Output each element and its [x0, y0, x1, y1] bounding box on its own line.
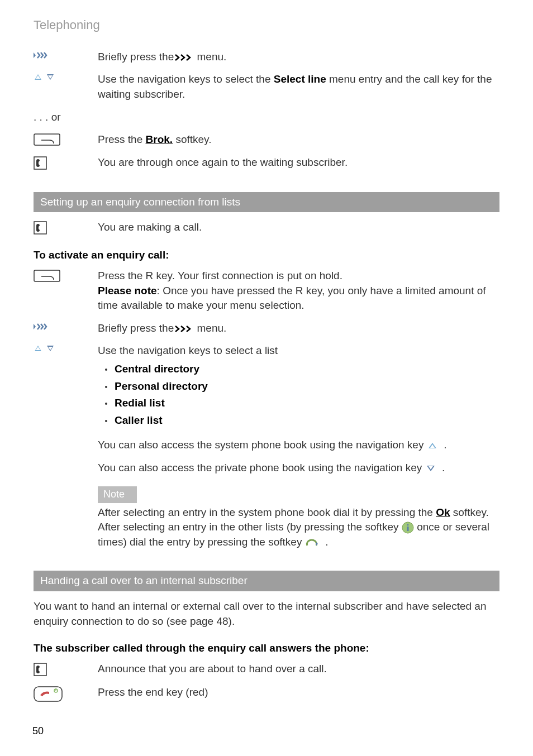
- svg-rect-24: [34, 663, 46, 676]
- svg-point-21: [407, 524, 408, 526]
- step-row: Press the Brok. softkey.: [34, 132, 499, 147]
- handset-icon: [34, 662, 98, 677]
- svg-rect-22: [407, 527, 408, 531]
- step-text: Use the navigation keys to select a list…: [98, 343, 499, 430]
- svg-rect-9: [34, 270, 60, 281]
- list: •Central directory •Personal directory •…: [98, 362, 499, 428]
- note-label: Note: [98, 486, 137, 503]
- step-text: Briefly press the menu.: [98, 321, 499, 336]
- list-item: •Personal directory: [98, 379, 499, 394]
- step-row: Press the R key. Your first connection i…: [34, 269, 499, 313]
- note-block: Note After selecting an entry in the sys…: [98, 486, 499, 549]
- list-item: •Central directory: [98, 362, 499, 377]
- down-triangle-icon: [425, 465, 436, 472]
- paragraph: You want to hand an internal or external…: [34, 599, 499, 629]
- svg-rect-25: [34, 687, 62, 701]
- step-row: Briefly press the menu.: [34, 50, 499, 65]
- up-down-icon: [34, 72, 98, 82]
- softkey-icon: [34, 132, 98, 146]
- page-header: Telephoning: [34, 17, 499, 34]
- up-triangle-icon: [427, 442, 438, 449]
- paragraph: You can also access the private phone bo…: [98, 461, 499, 476]
- step-text: You are making a call.: [98, 220, 499, 235]
- sub-heading: The subscriber called through the enquir…: [34, 641, 499, 656]
- list-item: •Redial list: [98, 396, 499, 411]
- sub-heading: To activate an enquiry call:: [34, 248, 499, 263]
- softkey-icon: [34, 269, 98, 282]
- svg-marker-0: [34, 52, 36, 58]
- page-number: 50: [32, 724, 44, 738]
- step-row: Use the navigation keys to select the Se…: [34, 72, 499, 102]
- end-key-icon: [34, 685, 98, 702]
- step-text: Use the navigation keys to select the Se…: [98, 72, 499, 102]
- section-heading: Setting up an enquiry connection from li…: [34, 192, 499, 213]
- menu-icon: [34, 321, 98, 331]
- step-row: You are making a call.: [34, 220, 499, 236]
- step-text: Announce that you are about to hand over…: [98, 662, 499, 677]
- svg-marker-11: [34, 324, 36, 329]
- step-row: You are through once again to the waitin…: [34, 155, 499, 171]
- step-text: Briefly press the menu.: [98, 50, 499, 65]
- menu-icon: [34, 50, 98, 60]
- up-down-icon: [34, 343, 98, 353]
- step-row: Use the navigation keys to select a list…: [34, 343, 499, 430]
- list-item: •Caller list: [98, 413, 499, 428]
- step-text: You are through once again to the waitin…: [98, 155, 499, 170]
- svg-rect-8: [34, 222, 46, 234]
- step-text: Press the R key. Your first connection i…: [98, 269, 499, 313]
- step-text: Press the Brok. softkey.: [98, 132, 499, 147]
- handset-icon: [34, 155, 98, 171]
- info-icon: [402, 521, 414, 534]
- step-row: Press the end key (red): [34, 685, 499, 702]
- step-row: Briefly press the menu.: [34, 321, 499, 336]
- section-heading: Handing a call over to an internal subsc…: [34, 571, 499, 591]
- chevrons-icon: [174, 54, 194, 61]
- svg-rect-5: [34, 134, 60, 145]
- paragraph: You can also access the system phone boo…: [98, 438, 499, 453]
- handset-icon: [34, 220, 98, 236]
- step-text: Press the end key (red): [98, 685, 499, 700]
- svg-rect-7: [34, 157, 46, 169]
- step-row: Announce that you are about to hand over…: [34, 662, 499, 677]
- or-text: . . . or: [34, 110, 499, 125]
- note-text: After selecting an entry in the system p…: [98, 505, 499, 550]
- handset-green-icon: [305, 538, 320, 548]
- chevrons-icon: [174, 325, 194, 333]
